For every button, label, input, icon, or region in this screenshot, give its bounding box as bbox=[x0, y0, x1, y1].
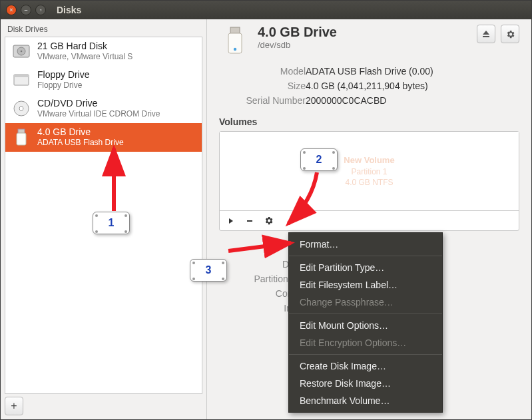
page-title: 4.0 GB Drive bbox=[258, 25, 477, 40]
drive-sub: VMware Virtual IDE CDROM Drive bbox=[37, 109, 160, 118]
drive-sub: VMware, VMware Virtual S bbox=[37, 52, 133, 61]
remove-partition-button[interactable] bbox=[241, 214, 258, 228]
drive-name: Floppy Drive bbox=[37, 69, 90, 81]
eject-button[interactable] bbox=[477, 25, 495, 43]
svg-rect-13 bbox=[247, 220, 252, 222]
menu-item-mount-opts[interactable]: Edit Mount Options… bbox=[289, 317, 442, 334]
drive-item-optical[interactable]: CD/DVD Drive VMware Virtual IDE CDROM Dr… bbox=[5, 95, 202, 123]
annotation-callout-3: 3 bbox=[190, 259, 227, 282]
drive-info: Model ADATA USB Flash Drive (0.00) Size … bbox=[219, 66, 519, 106]
annotation-callout-2: 2 bbox=[300, 148, 338, 171]
drive-sub: ADATA USB Flash Drive bbox=[37, 138, 124, 147]
cd-icon bbox=[11, 98, 32, 119]
volume-name: New Volume bbox=[344, 154, 394, 166]
svg-point-11 bbox=[234, 48, 236, 51]
info-key-size: Size bbox=[219, 81, 306, 91]
info-val-serial: 2000000C0CACBD bbox=[306, 95, 519, 106]
menu-item-restore-image[interactable]: Restore Disk Image… bbox=[289, 375, 442, 392]
volumes-box: New Volume Partition 1 4.0 GB NTFS bbox=[219, 131, 519, 231]
maximize-icon[interactable]: ▫ bbox=[35, 5, 46, 15]
annotation-callout-1: 1 bbox=[93, 212, 130, 234]
app-title: Disks bbox=[57, 5, 81, 15]
svg-rect-4 bbox=[14, 75, 29, 77]
menu-item-edit-fs[interactable]: Edit Filesystem Label… bbox=[289, 276, 442, 294]
info-key-model: Model bbox=[219, 66, 306, 77]
volume-settings-button[interactable] bbox=[260, 214, 277, 228]
close-icon[interactable]: × bbox=[6, 5, 17, 15]
info-val-size: 4.0 GB (4,041,211,904 bytes) bbox=[306, 81, 519, 91]
drive-name: 21 GB Hard Disk bbox=[37, 41, 133, 52]
menu-item-encryption-opts: Edit Encryption Options… bbox=[289, 334, 442, 351]
volume-context-menu: Format… Edit Partition Type… Edit Filesy… bbox=[288, 232, 443, 413]
usb-large-icon bbox=[219, 25, 251, 57]
svg-rect-8 bbox=[17, 133, 26, 145]
svg-point-2 bbox=[21, 51, 23, 53]
volume-partition[interactable]: New Volume Partition 1 4.0 GB NTFS bbox=[220, 132, 519, 210]
drive-sub: Floppy Drive bbox=[37, 81, 90, 90]
menu-item-format[interactable]: Format… bbox=[289, 236, 442, 253]
add-drive-button[interactable]: + bbox=[5, 397, 23, 415]
svg-rect-7 bbox=[18, 129, 25, 133]
floppy-icon bbox=[11, 69, 32, 91]
volumes-section-title: Volumes bbox=[219, 116, 519, 127]
drive-name: 4.0 GB Drive bbox=[37, 126, 124, 138]
menu-item-edit-pt[interactable]: Edit Partition Type… bbox=[289, 259, 442, 276]
info-val-model: ADATA USB Flash Drive (0.00) bbox=[306, 66, 519, 77]
menu-item-benchmark[interactable]: Benchmark Volume… bbox=[289, 392, 442, 409]
titlebar: × – ▫ Disks bbox=[1, 1, 531, 19]
volume-toolbar bbox=[220, 210, 519, 230]
drive-name: CD/DVD Drive bbox=[37, 98, 160, 109]
drive-settings-button[interactable] bbox=[501, 25, 519, 43]
mount-button[interactable] bbox=[222, 214, 240, 228]
menu-item-create-image[interactable]: Create Disk Image… bbox=[289, 357, 442, 375]
minimize-icon[interactable]: – bbox=[21, 5, 31, 15]
volume-part: Partition 1 bbox=[344, 166, 394, 177]
svg-rect-12 bbox=[483, 36, 489, 37]
usb-icon bbox=[11, 126, 32, 148]
drive-item-usb[interactable]: 4.0 GB Drive ADATA USB Flash Drive bbox=[5, 123, 202, 152]
info-key-serial: Serial Number bbox=[219, 95, 306, 106]
svg-point-6 bbox=[19, 106, 23, 110]
hdd-icon bbox=[11, 41, 32, 62]
drive-item-floppy[interactable]: Floppy Drive Floppy Drive bbox=[5, 66, 202, 95]
page-subtitle: /dev/sdb bbox=[258, 40, 477, 50]
svg-rect-9 bbox=[230, 27, 240, 33]
volume-fs: 4.0 GB NTFS bbox=[344, 177, 394, 188]
sidebar-header: Disk Drives bbox=[5, 23, 202, 37]
drive-item-hdd[interactable]: 21 GB Hard Disk VMware, VMware Virtual S bbox=[5, 37, 202, 66]
menu-item-change-passphrase: Change Passphrase… bbox=[289, 294, 442, 311]
